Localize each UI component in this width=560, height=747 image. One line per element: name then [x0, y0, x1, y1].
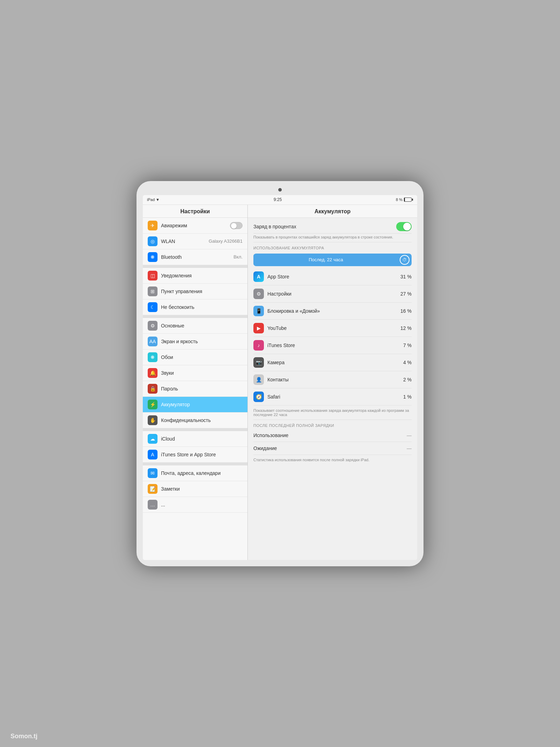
wlan-value: Galaxy A3266B1	[209, 238, 243, 244]
sidebar-label-mail: Почта, адреса, календари	[161, 470, 243, 476]
tablet-shell: iPad ▼ 9:25 8 % Настройки ✈ Ав	[136, 181, 424, 566]
icloud-icon: ☁	[148, 434, 158, 444]
sidebar-label-wallpaper: Обои	[161, 354, 243, 360]
stat-usage-value: —	[407, 433, 412, 438]
battery-pct-toggle-label: Заряд в процентах	[253, 224, 296, 229]
camera-label: Камера	[267, 360, 396, 365]
notes-icon: 📝	[148, 484, 158, 494]
safari-label: Safari	[267, 394, 396, 400]
appstore-app-icon: A	[253, 271, 264, 282]
toggle-description: Показывать в процентах оставшийся заряд …	[253, 234, 412, 242]
sidebar-item-wlan[interactable]: ◎ WLAN Galaxy A3266B1	[143, 234, 247, 249]
status-right: 8 %	[396, 198, 413, 202]
sidebar-item-donotdisturb[interactable]: ☾ Не беспокоить	[143, 299, 247, 315]
bluetooth-icon: ❋	[148, 252, 158, 262]
battery-sidebar-icon: ⚡	[148, 400, 158, 409]
time-tab-22h[interactable]: Послед. 22 часа	[253, 254, 398, 265]
clock-icon[interactable]: ⏱	[400, 255, 410, 265]
sidebar-item-bluetooth[interactable]: ❋ Bluetooth Вкл.	[143, 249, 247, 265]
after-charge-header: ПОСЛЕ ПОСЛЕДНЕЙ ПОЛНОЙ ЗАРЯДКИ	[253, 420, 412, 429]
sidebar-item-display[interactable]: AA Экран и яркость	[143, 334, 247, 350]
battery-icon	[404, 198, 413, 202]
sidebar-divider-1	[143, 265, 247, 268]
safari-app-icon: 🧭	[253, 392, 264, 402]
sidebar-item-controlcenter[interactable]: ⊞ Пункт управления	[143, 284, 247, 299]
sidebar: Настройки ✈ Авиарежим ◎ WLAN Galaxy A326…	[143, 205, 248, 560]
sidebar-label-controlcenter: Пункт управления	[161, 289, 243, 294]
sidebar-label-airplane: Авиарежим	[161, 223, 226, 228]
stat-usage-label: Использование	[253, 433, 288, 438]
content-area: Настройки ✈ Авиарежим ◎ WLAN Galaxy A326…	[143, 205, 417, 560]
stat-row-usage: Использование —	[253, 429, 412, 442]
stat-footer-note: Статистика использования появится после …	[253, 455, 412, 468]
lockscreen-pct: 16 %	[399, 308, 412, 314]
usage-row-safari[interactable]: 🧭 Safari 1 %	[253, 388, 412, 406]
sidebar-item-passcode[interactable]: 🔒 Пароль	[143, 381, 247, 397]
settings-app-icon: ⚙	[253, 289, 264, 299]
sidebar-divider-2	[143, 315, 247, 318]
youtube-label: YouTube	[267, 325, 396, 331]
sidebar-label-bluetooth: Bluetooth	[161, 254, 230, 260]
donotdisturb-icon: ☾	[148, 302, 158, 312]
mail-icon: ✉	[148, 468, 158, 478]
airplane-icon: ✈	[148, 221, 158, 230]
sidebar-label-notifications: Уведомления	[161, 273, 243, 278]
sidebar-item-airplane[interactable]: ✈ Авиарежим	[143, 218, 247, 234]
stat-standby-label: Ожидание	[253, 445, 277, 451]
controlcenter-icon: ⊞	[148, 286, 158, 296]
sidebar-item-sounds[interactable]: 🔔 Звуки	[143, 365, 247, 381]
battery-pct-label: 8 %	[396, 198, 402, 202]
sidebar-item-privacy[interactable]: ✋ Конфиденциальность	[143, 413, 247, 428]
usage-row-camera[interactable]: 📷 Камера 4 %	[253, 354, 412, 371]
panel-title: Аккумулятор	[248, 205, 417, 218]
sidebar-divider-4	[143, 463, 247, 465]
battery-pct-toggle-row: Заряд в процентах	[253, 218, 412, 234]
sidebar-label-privacy: Конфиденциальность	[161, 417, 243, 423]
time-selector[interactable]: Послед. 22 часа ⏱	[253, 254, 412, 266]
usage-section-header: ИСПОЛЬЗОВАНИЕ АККУМУЛЯТОРА	[253, 242, 412, 251]
usage-row-appstore[interactable]: A App Store 31 %	[253, 268, 412, 285]
safari-pct: 1 %	[399, 394, 412, 400]
sidebar-label-sounds: Звуки	[161, 370, 243, 376]
camera-pct: 4 %	[399, 360, 412, 365]
usage-list: A App Store 31 % ⚙ Настройки 27 % 📱 Блок…	[253, 268, 412, 406]
camera-app-icon: 📷	[253, 357, 264, 368]
battery-pct-toggle[interactable]	[396, 222, 412, 231]
usage-row-itunesstore[interactable]: ♪ iTunes Store 7 %	[253, 337, 412, 354]
sidebar-label-display: Экран и яркость	[161, 339, 243, 344]
sidebar-item-mail[interactable]: ✉ Почта, адреса, календари	[143, 465, 247, 481]
panel-content: Заряд в процентах Показывать в процентах…	[248, 218, 417, 468]
sidebar-title: Настройки	[143, 205, 247, 218]
battery-body	[404, 198, 412, 202]
sidebar-label-general: Основные	[161, 323, 243, 328]
settings-label: Настройки	[267, 291, 396, 297]
sidebar-item-wallpaper[interactable]: ❋ Обои	[143, 350, 247, 365]
front-camera	[278, 188, 282, 192]
sidebar-item-more[interactable]: … ...	[143, 497, 247, 513]
sidebar-item-general[interactable]: ⚙ Основные	[143, 318, 247, 334]
settings-pct: 27 %	[399, 291, 412, 297]
sidebar-item-itunes-appstore[interactable]: A iTunes Store и App Store	[143, 447, 247, 463]
sidebar-item-icloud[interactable]: ☁ iCloud	[143, 431, 247, 447]
display-icon: AA	[148, 337, 158, 346]
usage-row-contacts[interactable]: 👤 Контакты 2 %	[253, 371, 412, 388]
sidebar-item-notifications[interactable]: ◫ Уведомления	[143, 268, 247, 284]
usage-footer-text: Показывает соотношение использования зар…	[253, 406, 412, 420]
status-ipad-label: iPad ▼	[147, 198, 160, 202]
contacts-pct: 2 %	[399, 377, 412, 382]
bluetooth-value: Вкл.	[233, 254, 243, 260]
itunesstore-label: iTunes Store	[267, 343, 396, 348]
sidebar-label-icloud: iCloud	[161, 436, 243, 442]
sounds-icon: 🔔	[148, 368, 158, 378]
stat-standby-value: —	[407, 445, 412, 451]
sidebar-item-battery[interactable]: ⚡ Аккумулятор	[143, 397, 247, 413]
sidebar-label-notes: Заметки	[161, 486, 243, 492]
usage-row-youtube[interactable]: ▶ YouTube 12 %	[253, 320, 412, 337]
airplane-toggle	[230, 222, 243, 229]
sidebar-item-notes[interactable]: 📝 Заметки	[143, 481, 247, 497]
usage-row-lockscreen[interactable]: 📱 Блокировка и «Домой» 16 %	[253, 303, 412, 320]
appstore-label: App Store	[267, 274, 396, 279]
general-icon: ⚙	[148, 321, 158, 331]
battery-fill	[404, 198, 405, 201]
usage-row-settings[interactable]: ⚙ Настройки 27 %	[253, 285, 412, 303]
